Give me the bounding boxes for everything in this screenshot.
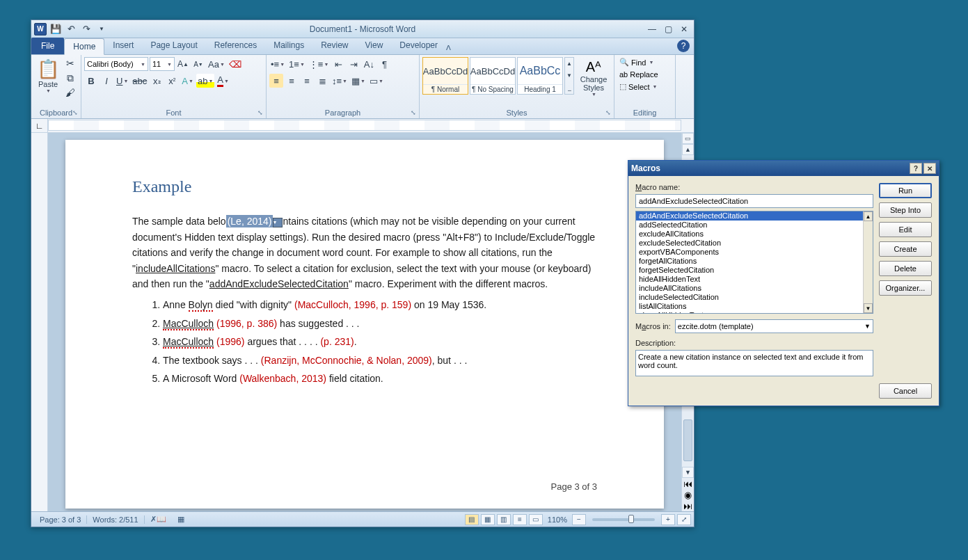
web-layout-view-icon[interactable]: ▥ <box>497 514 511 525</box>
shrink-font-icon[interactable]: A▼ <box>191 57 205 71</box>
tab-references[interactable]: References <box>206 38 265 54</box>
font-size-select[interactable]: 11▼ <box>150 57 175 71</box>
list-item[interactable]: includeSelectedCitation <box>636 293 863 302</box>
tab-mailings[interactable]: Mailings <box>265 38 312 54</box>
tab-view[interactable]: View <box>357 38 392 54</box>
tab-insert[interactable]: Insert <box>104 38 142 54</box>
word-app-icon[interactable]: W <box>34 23 47 35</box>
styles-launcher-icon[interactable]: ⤡ <box>604 109 612 117</box>
style-no-spacing[interactable]: AaBbCcDd ¶ No Spacing <box>470 57 516 95</box>
style-heading-1[interactable]: AaBbCc Heading 1 <box>517 57 563 95</box>
font-color-icon[interactable]: A▼ <box>216 74 230 88</box>
step-into-button[interactable]: Step Into <box>879 202 932 218</box>
zoom-thumb[interactable] <box>628 515 634 523</box>
align-right-icon[interactable]: ≡ <box>300 74 314 88</box>
tab-home[interactable]: Home <box>64 38 104 55</box>
format-painter-icon[interactable]: 🖌 <box>64 86 77 99</box>
italic-button[interactable]: I <box>100 74 113 88</box>
sort-icon[interactable]: A↓ <box>362 57 376 71</box>
dialog-title-bar[interactable]: Macros ? ✕ <box>628 161 939 176</box>
create-button[interactable]: Create <box>879 241 932 257</box>
justify-icon[interactable]: ≣ <box>315 74 329 88</box>
cut-icon[interactable]: ✂ <box>64 57 77 70</box>
macro-name-input[interactable] <box>635 194 873 208</box>
underline-button[interactable]: U▼ <box>115 74 129 88</box>
selected-citation[interactable]: (Le, 2014) <box>226 215 273 227</box>
macro-listbox[interactable]: addAndExcludeSelectedCitation addSelecte… <box>635 211 873 314</box>
tab-page-layout[interactable]: Page Layout <box>142 38 205 54</box>
maximize-button[interactable]: ▢ <box>661 24 675 35</box>
zoom-level[interactable]: 110% <box>545 515 570 524</box>
document-scroll[interactable]: Example The sample data belo(Le, 2014)▾n… <box>48 133 681 511</box>
font-launcher-icon[interactable]: ⤡ <box>256 109 264 117</box>
find-button[interactable]: 🔍Find▼ <box>617 57 660 67</box>
list-item[interactable]: forgetSelectedCitation <box>636 266 863 275</box>
strikethrough-button[interactable]: abc <box>131 74 148 88</box>
text-effects-icon[interactable]: A▼ <box>180 74 195 88</box>
dialog-help-button[interactable]: ? <box>910 163 922 174</box>
replace-button[interactable]: abReplace <box>617 70 660 79</box>
change-case-icon[interactable]: Aa▼ <box>207 57 226 71</box>
listbox-scroll-up[interactable]: ▲ <box>864 211 873 221</box>
document-page[interactable]: Example The sample data belo(Le, 2014)▾n… <box>65 140 664 509</box>
clipboard-launcher-icon[interactable]: ⤡ <box>71 109 79 117</box>
delete-button[interactable]: Delete <box>879 261 932 276</box>
list-item[interactable]: addAndExcludeSelectedCitation <box>636 211 863 221</box>
tab-file[interactable]: File <box>31 38 64 54</box>
prev-page-icon[interactable]: ⏮ <box>682 478 694 489</box>
run-button[interactable]: Run <box>879 183 932 198</box>
dialog-close-button[interactable]: ✕ <box>923 163 936 174</box>
horizontal-ruler[interactable] <box>48 120 681 131</box>
ruler-toggle-icon[interactable]: ▭ <box>682 133 694 144</box>
scroll-thumb[interactable] <box>683 419 692 461</box>
change-styles-button[interactable]: Aᴬ Change Styles ▼ <box>576 57 611 98</box>
scroll-up-button[interactable]: ▲ <box>682 144 694 155</box>
tab-selector[interactable]: ∟ <box>31 119 48 133</box>
help-icon[interactable]: ? <box>677 40 690 52</box>
listbox-scrollbar[interactable]: ▲ ▼ <box>863 211 873 313</box>
show-marks-icon[interactable]: ¶ <box>377 57 391 71</box>
zoom-fit-icon[interactable]: ⤢ <box>677 514 691 525</box>
style-gallery-more[interactable]: ▲▼⎯ <box>564 57 574 95</box>
browse-object-icon[interactable]: ◉ <box>682 489 694 500</box>
copy-icon[interactable]: ⧉ <box>64 72 77 84</box>
zoom-in-button[interactable]: + <box>661 514 675 525</box>
list-item[interactable]: exportVBAComponents <box>636 248 863 257</box>
list-item[interactable]: addSelectedCitation <box>636 221 863 230</box>
vertical-ruler[interactable] <box>31 133 48 511</box>
align-left-icon[interactable]: ≡ <box>269 74 283 88</box>
superscript-button[interactable]: x² <box>165 74 179 88</box>
list-item[interactable]: excludeAllCitations <box>636 230 863 239</box>
zoom-out-button[interactable]: − <box>572 514 586 525</box>
edit-button[interactable]: Edit <box>879 222 932 237</box>
status-words[interactable]: Words: 2/511 <box>87 515 144 524</box>
shading-icon[interactable]: ▦▼ <box>350 74 367 88</box>
list-item[interactable]: includeAllCitations <box>636 284 863 293</box>
status-proofing-icon[interactable]: ✗📖 <box>145 515 172 524</box>
paragraph-launcher-icon[interactable]: ⤡ <box>409 109 418 117</box>
borders-icon[interactable]: ▭▼ <box>368 74 385 88</box>
increase-indent-icon[interactable]: ⇥ <box>347 57 360 71</box>
paste-button[interactable]: 📋 Paste ▼ <box>34 57 62 95</box>
list-item[interactable]: showAllHiddenText <box>636 311 863 313</box>
next-page-icon[interactable]: ⏭ <box>682 500 694 511</box>
collapse-ribbon-icon[interactable]: ᐱ <box>446 44 451 51</box>
select-button[interactable]: ⬚Select▼ <box>617 81 660 92</box>
list-item[interactable]: excludeSelectedCitation <box>636 239 863 248</box>
redo-icon[interactable]: ↷ <box>80 23 93 35</box>
list-item[interactable]: forgetAllCitations <box>636 257 863 266</box>
scroll-down-button[interactable]: ▼ <box>682 467 694 478</box>
numbering-icon[interactable]: 1≡▼ <box>287 57 306 71</box>
cancel-button[interactable]: Cancel <box>879 383 932 399</box>
status-macro-icon[interactable]: ▦ <box>172 515 190 524</box>
style-normal[interactable]: AaBbCcDd ¶ Normal <box>422 57 468 95</box>
bullets-icon[interactable]: •≡▼ <box>269 57 286 71</box>
listbox-scroll-down[interactable]: ▼ <box>864 303 873 313</box>
tab-developer[interactable]: Developer <box>391 38 446 54</box>
zoom-slider[interactable] <box>592 518 655 521</box>
tab-review[interactable]: Review <box>312 38 356 54</box>
status-page[interactable]: Page: 3 of 3 <box>34 515 87 524</box>
outline-view-icon[interactable]: ≡ <box>513 514 527 525</box>
undo-icon[interactable]: ↶ <box>65 23 77 35</box>
subscript-button[interactable]: x₂ <box>150 74 164 88</box>
